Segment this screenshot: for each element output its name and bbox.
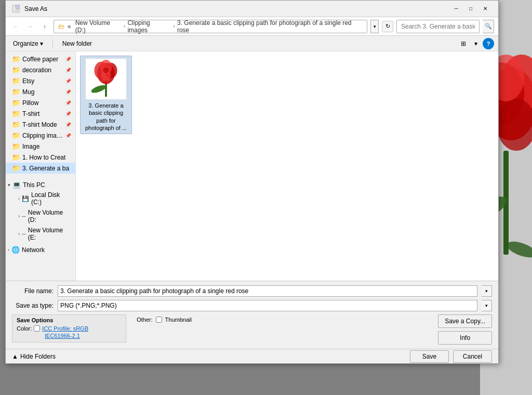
pin-icon: 📌 (65, 122, 71, 127)
sidebar-item-mug[interactable]: 📁 Mug 📌 (6, 86, 75, 97)
sidebar-item-coffee-paper[interactable]: 📁 Coffee paper 📌 (6, 54, 75, 64)
dialog-title: Save As (24, 5, 47, 12)
icc-profile-link[interactable]: ICC Profile: sRGB (42, 325, 88, 332)
organize-label: Organize (13, 40, 38, 47)
save-options-title: Save Options (17, 317, 122, 323)
sidebar: 📁 Coffee paper 📌 📁 decoration 📌 📁 Etsy 📌… (6, 51, 76, 281)
iec-link[interactable]: IEC61966-2.1 (45, 333, 80, 339)
folder-icon: 📁 (12, 88, 20, 96)
sidebar-item-image[interactable]: 📁 Image (6, 141, 75, 152)
cancel-button[interactable]: Cancel (453, 350, 492, 363)
info-button[interactable]: Info (438, 331, 492, 345)
title-bar-left: Save As (12, 5, 47, 13)
thumbnail-checkbox[interactable] (156, 317, 162, 323)
pin-icon: 📌 (65, 100, 71, 106)
expand-arrow: › (8, 247, 9, 253)
pin-icon: 📌 (65, 68, 71, 73)
title-bar: Save As ─ □ ✕ (6, 1, 498, 17)
hide-folders-button[interactable]: ▲ Hide Folders (12, 353, 56, 360)
view-button[interactable]: ⊞ (458, 38, 469, 49)
pin-icon: 📌 (65, 89, 71, 95)
folder-icon: 📁 (12, 66, 20, 74)
hide-folders-arrow: ▲ (12, 353, 18, 360)
search-icon[interactable]: 🔍 (483, 20, 494, 33)
pin-icon: 📌 (65, 57, 71, 62)
back-button[interactable]: ← (10, 21, 21, 32)
sidebar-item-label: Image (22, 143, 71, 150)
expand-arrow: › (18, 214, 20, 219)
sidebar-new-volume-e[interactable]: › ─ New Volume (E: (6, 225, 75, 243)
sidebar-local-disk[interactable]: › 💾 Local Disk (C:) (6, 190, 75, 207)
folder-icon: 📁 (12, 121, 20, 128)
save-button[interactable]: Save (410, 350, 449, 363)
svg-point-19 (103, 68, 109, 73)
folder-icon: 📁 (12, 110, 20, 117)
sidebar-item-label: 1. How to Creat (22, 154, 71, 161)
color-label: Color: (17, 325, 32, 332)
other-label: Other: (137, 317, 153, 323)
file-area[interactable]: 3. Generate a basic clipping path for ph… (76, 51, 498, 281)
sidebar-item-tshirt-mode[interactable]: 📁 T-shirt Mode 📌 (6, 119, 75, 130)
network-label: Network (22, 246, 45, 254)
thumbnail-label: Thumbnail (165, 317, 192, 323)
save-type-input[interactable] (58, 300, 477, 311)
save-copy-buttons: Save a Copy... Info (438, 314, 492, 345)
svg-point-13 (90, 83, 107, 94)
sidebar-item-label: 3. Generate a ba (22, 165, 71, 172)
network-section[interactable]: › 🌐 Network (6, 243, 75, 255)
sidebar-item-generate[interactable]: 📁 3. Generate a ba (6, 163, 75, 174)
forward-button[interactable]: → (24, 21, 36, 32)
organize-button[interactable]: Organize ▾ (10, 39, 46, 48)
address-bar: ← → ↑ 🗁 « New Volume (D:) › Clipping ima… (6, 17, 498, 36)
drive-icon: ─ (22, 231, 26, 237)
savetype-dropdown[interactable]: ▾ (482, 300, 492, 311)
path-separator: « (68, 23, 71, 30)
view-dropdown-button[interactable]: ▾ (470, 38, 482, 49)
bottom-section: File name: ▾ Save as type: ▾ Save Option… (6, 281, 498, 349)
sidebar-new-volume-d[interactable]: › ─ New Volume (D: (6, 207, 75, 225)
sidebar-item-label: decoration (22, 67, 63, 74)
search-input[interactable] (396, 20, 480, 33)
this-pc-section[interactable]: ▾ 💻 This PC (6, 178, 75, 190)
file-name-input[interactable] (58, 285, 477, 297)
filename-dropdown[interactable]: ▾ (482, 285, 492, 297)
pin-icon: 📌 (65, 111, 71, 116)
sidebar-item-label: Coffee paper (22, 56, 63, 63)
up-button[interactable]: ↑ (39, 21, 50, 32)
address-path[interactable]: 🗁 « New Volume (D:) › Clipping images › … (54, 20, 367, 33)
this-pc-label: This PC (23, 181, 45, 189)
pin-icon: 📌 (65, 78, 71, 84)
pc-icon: 💻 (12, 181, 21, 189)
sidebar-item-pillow[interactable]: 📁 Pillow 📌 (6, 97, 75, 108)
save-copy-button[interactable]: Save a Copy... (438, 314, 492, 328)
minimize-button[interactable]: ─ (449, 4, 463, 14)
help-button[interactable]: ? (483, 38, 494, 49)
sidebar-item-label: Mug (22, 88, 63, 96)
sidebar-item-howto[interactable]: 📁 1. How to Creat (6, 152, 75, 163)
drive-icon: 💾 (22, 195, 29, 202)
folder-icon: 📁 (12, 77, 20, 85)
pin-icon: 📌 (65, 133, 71, 138)
svg-rect-11 (16, 5, 19, 9)
path-part-3: 3. Generate a basic clipping path for ph… (177, 19, 363, 34)
file-name-label: File name: (12, 287, 54, 295)
save-type-label: Save as type: (12, 302, 54, 309)
toolbar: Organize ▾ New folder ⊞ ▾ ? (6, 36, 498, 51)
sidebar-item-clipping[interactable]: 📁 Clipping images 📌 (6, 130, 75, 141)
expand-arrow: ▾ (8, 182, 10, 188)
sidebar-item-etsy[interactable]: 📁 Etsy 📌 (6, 75, 75, 86)
sidebar-item-label: Etsy (22, 77, 63, 85)
sidebar-item-tshirt[interactable]: 📁 T-shirt 📌 (6, 108, 75, 119)
maximize-button[interactable]: □ (464, 4, 477, 14)
address-dropdown[interactable]: ▾ (370, 20, 379, 33)
color-option-row: Color: ICC Profile: sRGB (17, 325, 122, 332)
footer: ▲ Hide Folders Save Cancel (6, 349, 498, 363)
close-button[interactable]: ✕ (478, 4, 492, 14)
refresh-button[interactable]: ↻ (382, 21, 393, 32)
hide-folders-label: Hide Folders (20, 353, 56, 360)
file-item[interactable]: 3. Generate a basic clipping path for ph… (80, 56, 132, 134)
new-folder-button[interactable]: New folder (59, 39, 95, 48)
folder-icon: 📁 (12, 55, 20, 63)
color-checkbox[interactable] (34, 325, 40, 332)
sidebar-item-decoration[interactable]: 📁 decoration 📌 (6, 64, 75, 75)
